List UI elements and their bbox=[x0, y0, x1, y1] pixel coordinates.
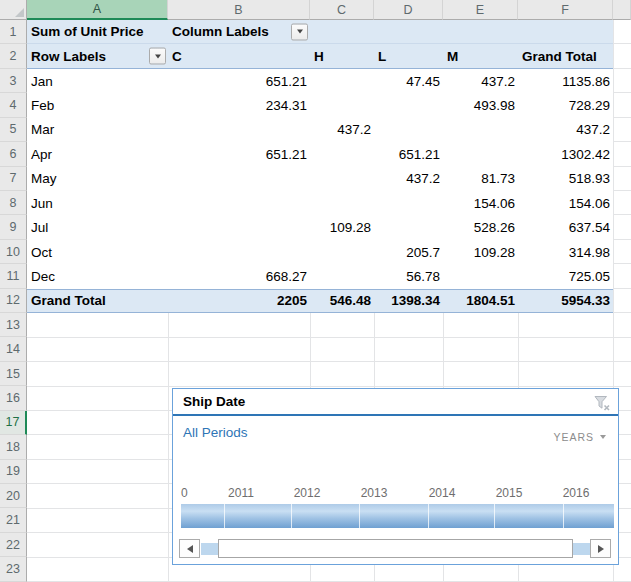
row-header[interactable]: 13 bbox=[0, 313, 27, 337]
row-header[interactable]: 20 bbox=[0, 484, 27, 508]
scrollbar-track-left[interactable] bbox=[201, 543, 218, 555]
column-header-d[interactable]: D bbox=[374, 0, 443, 20]
row-header[interactable]: 8 bbox=[0, 191, 27, 215]
pivot-value-cell[interactable]: 725.05 bbox=[518, 264, 613, 288]
pivot-value-cell[interactable]: 47.45 bbox=[374, 69, 443, 93]
clear-filter-button[interactable] bbox=[592, 393, 612, 413]
pivot-value-cell[interactable]: 56.78 bbox=[374, 264, 443, 288]
timeline-slicer[interactable]: Ship Date All Periods YEARS 0 2011 2012 … bbox=[172, 388, 619, 565]
pivot-row-label[interactable]: Jul bbox=[27, 215, 168, 239]
scrollbar-thumb[interactable] bbox=[218, 539, 573, 558]
pivot-value-cell[interactable]: 651.21 bbox=[374, 142, 443, 166]
pivot-cell[interactable] bbox=[374, 20, 443, 44]
select-all-button[interactable] bbox=[0, 0, 27, 20]
pivot-value-cell[interactable] bbox=[310, 191, 374, 215]
row-header[interactable]: 14 bbox=[0, 337, 27, 361]
column-header-e[interactable]: E bbox=[443, 0, 518, 20]
row-header[interactable]: 2 bbox=[0, 44, 27, 68]
pivot-value-cell[interactable]: 154.06 bbox=[443, 191, 518, 215]
pivot-column-labels-cell[interactable]: Column Labels bbox=[168, 20, 310, 44]
pivot-col-header[interactable]: Grand Total bbox=[518, 44, 613, 68]
row-header[interactable]: 3 bbox=[0, 69, 27, 93]
scroll-left-button[interactable] bbox=[179, 539, 200, 558]
pivot-value-cell[interactable] bbox=[310, 240, 374, 264]
pivot-value-cell[interactable]: 1135.86 bbox=[518, 69, 613, 93]
row-header[interactable]: 19 bbox=[0, 460, 27, 484]
column-header-b[interactable]: B bbox=[168, 0, 310, 20]
pivot-value-cell[interactable] bbox=[374, 191, 443, 215]
row-labels-filter-button[interactable] bbox=[149, 48, 166, 65]
row-header[interactable]: 5 bbox=[0, 118, 27, 142]
pivot-value-cell[interactable]: 1302.42 bbox=[518, 142, 613, 166]
pivot-value-cell[interactable] bbox=[168, 240, 310, 264]
row-header-selected[interactable]: 17 bbox=[0, 411, 27, 435]
pivot-cell[interactable] bbox=[518, 20, 613, 44]
pivot-value-cell[interactable] bbox=[443, 142, 518, 166]
row-header[interactable]: 12 bbox=[0, 289, 27, 313]
column-labels-filter-button[interactable] bbox=[291, 23, 308, 40]
pivot-row-labels-cell[interactable]: Row Labels bbox=[27, 44, 168, 68]
column-header-c[interactable]: C bbox=[310, 0, 374, 20]
pivot-value-cell[interactable] bbox=[374, 215, 443, 239]
pivot-value-cell[interactable]: 728.29 bbox=[518, 93, 613, 117]
pivot-row-label[interactable]: Dec bbox=[27, 264, 168, 288]
pivot-value-cell[interactable]: 437.2 bbox=[443, 69, 518, 93]
pivot-value-cell[interactable]: 651.21 bbox=[168, 142, 310, 166]
pivot-row-label[interactable]: Apr bbox=[27, 142, 168, 166]
row-header[interactable]: 23 bbox=[0, 557, 27, 581]
row-header[interactable]: 16 bbox=[0, 386, 27, 410]
pivot-col-header[interactable]: M bbox=[443, 44, 518, 68]
pivot-value-cell[interactable] bbox=[310, 167, 374, 191]
pivot-value-cell[interactable]: 437.2 bbox=[310, 118, 374, 142]
row-header[interactable]: 1 bbox=[0, 20, 27, 44]
pivot-value-cell[interactable]: 528.26 bbox=[443, 215, 518, 239]
pivot-value-cell[interactable]: 1804.51 bbox=[443, 289, 518, 313]
column-header-partial[interactable] bbox=[613, 0, 631, 20]
pivot-value-cell[interactable]: 493.98 bbox=[443, 93, 518, 117]
pivot-value-cell[interactable]: 154.06 bbox=[518, 191, 613, 215]
row-header[interactable]: 4 bbox=[0, 93, 27, 117]
pivot-value-cell[interactable] bbox=[310, 142, 374, 166]
pivot-value-cell[interactable] bbox=[443, 118, 518, 142]
row-header[interactable]: 6 bbox=[0, 142, 27, 166]
pivot-value-cell[interactable]: 437.2 bbox=[518, 118, 613, 142]
pivot-value-cell[interactable]: 5954.33 bbox=[518, 289, 613, 313]
pivot-value-cell[interactable]: 81.73 bbox=[443, 167, 518, 191]
row-header[interactable]: 15 bbox=[0, 362, 27, 386]
pivot-col-header[interactable]: H bbox=[310, 44, 374, 68]
pivot-cell[interactable] bbox=[310, 20, 374, 44]
pivot-value-cell[interactable] bbox=[374, 93, 443, 117]
column-header-a[interactable]: A bbox=[27, 0, 168, 20]
pivot-row-label[interactable]: Jun bbox=[27, 191, 168, 215]
pivot-value-cell[interactable] bbox=[168, 167, 310, 191]
pivot-cell[interactable] bbox=[443, 20, 518, 44]
pivot-measure-cell[interactable]: Sum of Unit Price bbox=[27, 20, 168, 44]
pivot-row-label[interactable]: Jan bbox=[27, 69, 168, 93]
pivot-value-cell[interactable] bbox=[168, 118, 310, 142]
pivot-value-cell[interactable] bbox=[310, 264, 374, 288]
pivot-value-cell[interactable] bbox=[443, 264, 518, 288]
pivot-value-cell[interactable]: 109.28 bbox=[310, 215, 374, 239]
pivot-value-cell[interactable]: 668.27 bbox=[168, 264, 310, 288]
pivot-row-label[interactable]: Grand Total bbox=[27, 289, 168, 313]
period-level-dropdown[interactable]: YEARS bbox=[553, 431, 606, 443]
pivot-value-cell[interactable]: 546.48 bbox=[310, 289, 374, 313]
pivot-value-cell[interactable] bbox=[168, 191, 310, 215]
pivot-value-cell[interactable]: 109.28 bbox=[443, 240, 518, 264]
pivot-value-cell[interactable] bbox=[168, 215, 310, 239]
row-header[interactable]: 18 bbox=[0, 435, 27, 459]
timeline-selection-bar[interactable] bbox=[181, 504, 614, 528]
pivot-value-cell[interactable]: 1398.34 bbox=[374, 289, 443, 313]
row-header[interactable]: 11 bbox=[0, 264, 27, 288]
row-header[interactable]: 22 bbox=[0, 533, 27, 557]
column-header-f[interactable]: F bbox=[518, 0, 613, 20]
pivot-value-cell[interactable] bbox=[310, 93, 374, 117]
pivot-row-label[interactable]: Mar bbox=[27, 118, 168, 142]
pivot-value-cell[interactable] bbox=[374, 118, 443, 142]
pivot-value-cell[interactable]: 234.31 bbox=[168, 93, 310, 117]
pivot-col-header[interactable]: C bbox=[168, 44, 310, 68]
row-header[interactable]: 21 bbox=[0, 508, 27, 532]
pivot-value-cell[interactable]: 518.93 bbox=[518, 167, 613, 191]
scrollbar-track-right[interactable] bbox=[573, 543, 590, 555]
scroll-right-button[interactable] bbox=[590, 539, 611, 558]
